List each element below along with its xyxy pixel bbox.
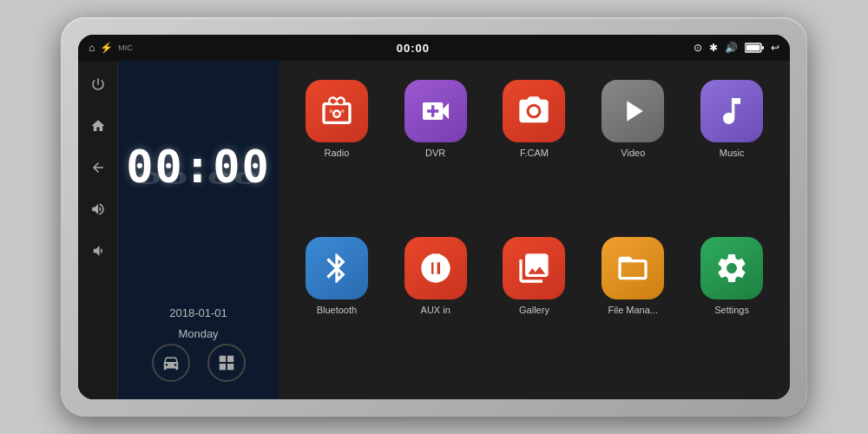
status-right: ⊙ ✱ 🔊 ↩ bbox=[694, 42, 779, 54]
app-video[interactable]: Video bbox=[583, 76, 682, 233]
app-dvr[interactable]: DVR bbox=[386, 76, 485, 233]
aux-label: AUX in bbox=[421, 305, 450, 315]
app-settings[interactable]: Settings bbox=[682, 233, 781, 391]
clock-reflection: 00:00 bbox=[136, 168, 260, 188]
date-text: 2018-01-01 bbox=[169, 303, 227, 323]
gallery-icon bbox=[503, 237, 565, 299]
date-section: 2018-01-01 Monday bbox=[169, 303, 227, 344]
location-icon: ⊙ bbox=[694, 42, 702, 54]
app-aux[interactable]: AUX in bbox=[386, 233, 485, 391]
day-text: Monday bbox=[169, 324, 227, 344]
app-bluetooth[interactable]: Bluetooth bbox=[287, 233, 386, 391]
bluetooth-icon bbox=[306, 237, 368, 299]
dvr-icon bbox=[404, 80, 467, 142]
fcam-label: F.CAM bbox=[520, 148, 549, 158]
grid-view-button[interactable] bbox=[207, 344, 246, 382]
gallery-label: Gallery bbox=[519, 305, 549, 315]
home-button[interactable] bbox=[85, 113, 111, 139]
aux-icon bbox=[404, 237, 467, 299]
app-grid: Radio DVR F.CAM bbox=[279, 61, 790, 399]
app-filemanager[interactable]: File Mana... bbox=[583, 233, 682, 391]
bottom-icons bbox=[152, 344, 246, 382]
back-status-icon: ↩ bbox=[771, 42, 779, 54]
clock-widget: 00:00 00:00 2018-01-01 Monday bbox=[118, 61, 279, 399]
home-status-icon: ⌂ bbox=[89, 42, 95, 54]
app-music[interactable]: Music bbox=[682, 76, 781, 233]
main-area: 00:00 00:00 2018-01-01 Monday bbox=[78, 61, 790, 399]
car-mode-button[interactable] bbox=[152, 344, 190, 382]
filemanager-icon bbox=[602, 237, 664, 299]
app-fcam[interactable]: F.CAM bbox=[485, 76, 584, 233]
status-left: ⌂ ⚡ MIC bbox=[89, 42, 133, 54]
bluetooth-label: Bluetooth bbox=[317, 305, 357, 315]
battery-icon bbox=[745, 43, 764, 53]
radio-icon bbox=[306, 80, 368, 142]
video-label: Video bbox=[621, 148, 645, 158]
settings-icon bbox=[700, 237, 763, 299]
svg-rect-2 bbox=[762, 46, 764, 49]
usb-status-icon: ⚡ bbox=[100, 42, 113, 54]
filemanager-label: File Mana... bbox=[608, 305, 658, 315]
radio-label: Radio bbox=[325, 148, 350, 158]
clock-display: 00:00 00:00 bbox=[126, 78, 271, 303]
sidebar bbox=[78, 61, 118, 399]
screen: ⌂ ⚡ MIC 00:00 ⊙ ✱ 🔊 ↩ bbox=[78, 35, 790, 399]
settings-label: Settings bbox=[714, 305, 749, 315]
app-radio[interactable]: Radio bbox=[287, 76, 386, 233]
back-button[interactable] bbox=[85, 155, 111, 181]
music-label: Music bbox=[720, 148, 745, 158]
svg-point-4 bbox=[334, 112, 339, 116]
volume-down-button[interactable] bbox=[85, 238, 111, 264]
device-frame: ⌂ ⚡ MIC 00:00 ⊙ ✱ 🔊 ↩ bbox=[61, 17, 807, 417]
status-bar: ⌂ ⚡ MIC 00:00 ⊙ ✱ 🔊 ↩ bbox=[78, 35, 790, 61]
power-button[interactable] bbox=[85, 71, 111, 97]
svg-rect-1 bbox=[746, 45, 760, 51]
status-time: 00:00 bbox=[397, 42, 430, 55]
dvr-label: DVR bbox=[425, 148, 445, 158]
mic-label: MIC bbox=[118, 43, 133, 52]
app-gallery[interactable]: Gallery bbox=[485, 233, 584, 391]
video-icon bbox=[602, 80, 664, 142]
fcam-icon bbox=[503, 80, 565, 142]
volume-status-icon: 🔊 bbox=[725, 42, 738, 54]
music-icon bbox=[700, 80, 763, 142]
volume-up-button[interactable] bbox=[85, 196, 111, 222]
bluetooth-status-icon: ✱ bbox=[709, 42, 718, 54]
